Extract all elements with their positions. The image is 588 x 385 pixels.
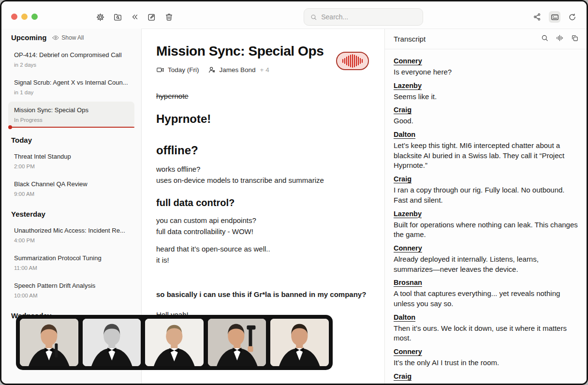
item-title: Black Channel QA Review [14,180,129,188]
speaker-portrait[interactable] [145,319,204,366]
transcript-entry[interactable]: Brosnan A tool that captures everything.… [394,279,579,309]
panel-card-icon [550,13,559,22]
sidebar-section-upcoming: Upcoming [11,33,46,42]
list-item[interactable]: Black Channel QA Review 9:00 AM [8,176,134,201]
list-item[interactable]: Threat Intel Standup 2:00 PM [8,148,134,174]
item-time: 9:00 AM [14,191,129,197]
speaker-name[interactable]: Lazenby [394,82,579,89]
recording-button[interactable] [336,52,369,70]
close-button[interactable] [11,14,17,20]
meeting-date-chip[interactable]: Today (Fri) [156,66,199,74]
minimize-button[interactable] [21,14,28,20]
transcript-search-button[interactable] [541,34,549,44]
speaker-name[interactable]: Lazenby [394,210,579,218]
item-title: Unauthorized Mic Access: Incident Re... [14,227,129,234]
portrait-image [83,319,141,366]
global-search[interactable] [304,8,423,26]
transcript-entry[interactable]: Connery It’s the only AI I trust in the … [394,348,579,368]
app-window: Upcoming Show All OP-414: Debrief on Com… [0,0,588,385]
utterance: Let’s keep this tight. MI6 intercepted c… [394,141,579,171]
transcript-entry[interactable]: Craig Good. [394,106,579,126]
list-item-selected[interactable]: Mission Sync: Special Ops In Progress [8,102,134,127]
item-time: in 2 days [14,62,129,68]
delete-note-button[interactable] [163,11,175,23]
note-line: full data controllability - WOW! [156,226,370,237]
more-attendees: + 4 [260,66,269,74]
speaker-portrait[interactable] [208,319,266,366]
speaker-portrait[interactable] [83,319,141,366]
new-note-button[interactable] [146,11,157,23]
share-button[interactable] [531,11,543,23]
transcript-audio-button[interactable] [556,34,564,44]
speaker-photo-strip [16,315,333,370]
folder-search-icon [113,13,122,22]
trash-icon [164,13,174,22]
transcript-entry[interactable]: Lazenby Seems like it. [394,82,579,102]
list-item[interactable]: OP-414: Debrief on Compromised Call in 2… [8,46,134,72]
show-all-label: Show All [61,34,84,41]
toggle-transcript-panel-button[interactable] [549,11,560,23]
transcript-entry[interactable]: Lazenby Built for operations where nothi… [394,210,579,240]
item-title: Threat Intel Standup [14,153,129,160]
speaker-name[interactable]: Connery [394,244,579,252]
transcript-list[interactable]: Connery Is everyone here? Lazenby Seems … [385,49,587,385]
chevrons-left-icon [131,13,139,21]
item-title: Mission Sync: Special Ops [14,106,129,114]
speaker-portrait[interactable] [20,319,78,366]
sync-button[interactable] [566,11,578,23]
transcript-entry[interactable]: Dalton Let’s keep this tight. MI6 interc… [394,131,579,171]
transcript-entry[interactable]: Dalton Then it’s ours. We lock it down, … [394,313,579,343]
note-line: works offline? [156,163,370,175]
list-item[interactable]: Unauthorized Mic Access: Incident Re... … [8,222,134,248]
gear-icon [96,13,105,22]
search-icon [541,34,549,42]
sidebar-section-yesterday: Yesterday [8,203,134,222]
speaker-name[interactable]: Craig [394,372,579,380]
transcript-entry[interactable]: Craig I ran a copy through our rig. Full… [394,175,579,205]
transcript-copy-button[interactable] [571,34,579,44]
search-icon [310,13,317,21]
transcript-entry[interactable]: Connery Is everyone here? [394,57,579,77]
list-item[interactable]: Summarization Protocol Tuning 11:00 AM [8,250,134,275]
utterance: Already deployed it internally. Listens,… [394,254,579,274]
transcript-entry[interactable]: Connery Already deployed it internally. … [394,244,579,274]
speaker-name[interactable]: Connery [394,348,579,355]
speaker-name[interactable]: Dalton [394,131,579,138]
attendee-name: James Bond [220,66,256,74]
transcript-title: Transcript [394,35,426,43]
speaker-portrait[interactable] [270,319,329,366]
note-line-bold: so basically i can use this if Gr*la is … [156,289,370,300]
list-item[interactable]: Signal Scrub: Agent X vs Internal Coun..… [8,74,134,100]
speaker-name[interactable]: Connery [394,57,579,65]
speaker-name[interactable]: Craig [394,175,579,183]
utterance: I ran a copy through our rig. Fully loca… [394,185,579,205]
transcript-entry[interactable]: Craig [394,372,579,380]
utterance: Seems like it. [394,92,579,102]
item-title: Speech Pattern Drift Analysis [14,282,129,289]
note-line-strikethrough: hypernote [156,90,370,102]
edit-square-icon [147,13,156,22]
show-all-button[interactable]: Show All [52,34,84,41]
speaker-name[interactable]: Brosnan [394,279,579,286]
speaker-name[interactable]: Dalton [394,313,579,321]
refresh-icon [568,13,577,22]
search-input[interactable] [321,13,417,21]
utterance: A tool that captures everything... yet r… [394,289,579,309]
list-item[interactable]: Speech Pattern Drift Analysis 10:00 AM [8,277,134,303]
note-body[interactable]: hypernote Hyprnote! offline? works offli… [156,90,370,320]
person-icon [208,66,216,74]
utterance: It’s the only AI I trust in the room. [394,358,579,368]
zoom-button[interactable] [31,14,38,20]
note-line: uses on-device models to transcribe and … [156,175,370,186]
notes-folder-button[interactable] [112,11,123,23]
collapse-sidebar-button[interactable] [129,11,141,23]
item-title: Summarization Protocol Tuning [14,254,129,262]
note-heading: full data control? [156,197,370,208]
portrait-image [270,319,329,366]
eye-icon [52,34,59,41]
note-line: heard that it’s open-source as well.. [156,243,370,254]
attendees-chip[interactable]: James Bond + 4 [208,66,269,74]
waveform-icon [556,34,564,42]
settings-button[interactable] [94,11,106,23]
speaker-name[interactable]: Craig [394,106,579,114]
